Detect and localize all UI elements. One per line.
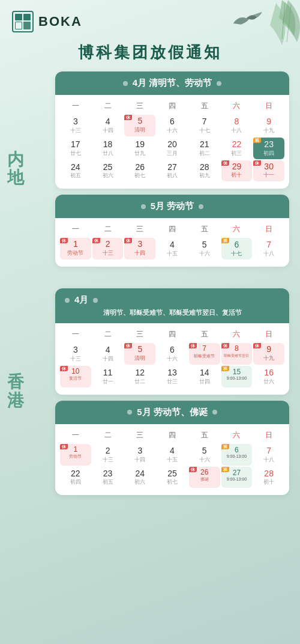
table-row: 6十六: [157, 343, 188, 365]
table-row: 21初二: [189, 138, 220, 159]
table-row: 27初八: [157, 160, 188, 182]
table-row: 20三月: [157, 138, 188, 159]
hk-april-grid: 一 二 三 四 五 六 日 3十三 4十四 休 5清明 6十六: [55, 323, 289, 395]
hk-may-weekday-row: 一 二 三 四 五 六 日: [60, 428, 284, 443]
table-row: 3十四: [124, 444, 155, 466]
weekday-header-row: 一 二 三 四 五 六 日: [60, 99, 284, 114]
hk-april-calendar: 4月 清明节、耶稣受难节、耶稣受难节翌日、复活节 一 二 三 四 五 六 日 3…: [55, 288, 289, 395]
table-row: 休 1劳动节: [60, 238, 91, 260]
mainland-may-header: 5月 劳动节: [55, 195, 289, 218]
table-row: 13廿三: [157, 366, 188, 387]
hk-may-title: 5月 劳动节、佛诞: [137, 407, 208, 418]
table-row: 2十三: [92, 444, 124, 466]
table-row: 14廿四: [189, 366, 220, 387]
logo: [12, 11, 34, 32]
table-row: 休 3十四: [124, 238, 155, 260]
table-row: 9十九: [253, 115, 284, 136]
hk-april-subtitle: 清明节、耶稣受难节、耶稣受难节翌日、复活节: [103, 308, 242, 317]
hk-may-row-1: 休 1劳动节 2十三 3十四 4十五 5十六 班 69:00-13:00 7十八: [60, 444, 284, 466]
table-row: 22初三: [221, 138, 253, 159]
hk-label: 香 港: [7, 373, 24, 410]
table-row: 休 8耶稣受难节翌日: [221, 343, 253, 365]
hk-april-header: 4月 清明节、耶稣受难节、耶稣受难节翌日、复活节: [55, 288, 289, 323]
table-row: 休 5清明: [124, 343, 155, 365]
table-row: 23初五: [92, 467, 124, 488]
mainland-label: 内 地: [7, 151, 24, 188]
table-row: 24初六: [124, 467, 155, 488]
table-row: 休 5清明: [124, 115, 155, 136]
table-row: 24初五: [60, 160, 91, 182]
hk-may-calendar: 5月 劳动节、佛诞 一 二 三 四 五 六 日 休 1劳动节: [55, 401, 289, 496]
hk-may-row-2: 22初四 23初五 24初六 25初七 休 26佛诞 班 279:00-13:0…: [60, 467, 284, 488]
table-row: 4十五: [157, 238, 188, 260]
mainland-april-grid: 一 二 三 四 五 六 日 3十三 4十四 休 5清明 6十六: [55, 95, 289, 189]
table-row: 5十六: [189, 444, 220, 466]
table-row: 4十五: [157, 444, 188, 466]
mainland-may-title: 5月 劳动节: [151, 201, 194, 212]
table-row: 5十六: [189, 238, 220, 260]
table-row: 休 7耶稣受难节: [189, 343, 220, 365]
table-row: 6十六: [157, 115, 188, 136]
table-row: 28初十: [253, 467, 284, 488]
table-row: 班 23初四: [253, 138, 284, 159]
table-row: 25初七: [157, 467, 188, 488]
table-row: 休 1劳动节: [60, 444, 91, 466]
header-dot-right: [217, 81, 221, 86]
hk-may-header: 5月 劳动节、佛诞: [55, 401, 289, 424]
table-row: 休 2十三: [92, 238, 124, 260]
hk-may-grid: 一 二 三 四 五 六 日 休 1劳动节 2十三 3十四 4十五: [55, 424, 289, 496]
table-row: 班 159:00-13:00: [221, 366, 253, 387]
table-row: 班 279:00-13:00: [221, 467, 253, 488]
hk-section: 香 港 4月 清明节、耶稣受难节、耶稣受难节翌日、复活节 一 二 三 四 五: [6, 288, 294, 495]
table-row: 16廿六: [253, 366, 284, 387]
table-row: 4十四: [92, 343, 124, 365]
table-row: 休 30十一: [253, 160, 284, 182]
brand-name: BOKA: [38, 14, 82, 29]
mainland-april-title: 4月 清明节、劳动节: [133, 77, 212, 89]
table-row: 25初六: [92, 160, 124, 182]
hk-april-row-2: 休 10复活节 11廿一 12廿二 13廿三 14廿四 班 159:00-13:…: [60, 366, 284, 387]
april-row-3: 24初五 25初六 26初七 27初八 28初九 休 29初十 休 30十一: [60, 160, 284, 182]
mainland-section: 内 地 4月 清明节、劳动节 一 二 三 四 五 六 日: [6, 71, 294, 267]
table-row: 7十八: [253, 444, 284, 466]
table-row: 8十八: [221, 115, 253, 136]
table-row: 11廿一: [92, 366, 124, 387]
table-row: 28初九: [189, 160, 220, 182]
mainland-cards: 4月 清明节、劳动节 一 二 三 四 五 六 日 3十三 4十四: [31, 71, 294, 267]
table-row: 22初四: [60, 467, 91, 488]
mainland-april-header: 4月 清明节、劳动节: [55, 71, 289, 95]
hk-april-header-row: 4月: [65, 294, 280, 306]
may-row-1: 休 1劳动节 休 2十三 休 3十四 4十五 5十六 班 6: [60, 238, 284, 260]
table-row: 休 29初十: [221, 160, 253, 182]
april-row-1: 3十三 4十四 休 5清明 6十六 7十七 8十八 9十九: [60, 115, 284, 136]
table-row: 26初七: [124, 160, 155, 182]
april-row-2: 17廿七 18廿八 19廿九 20三月 21初二 22初三 班 23初四: [60, 138, 284, 159]
mainland-april-calendar: 4月 清明节、劳动节 一 二 三 四 五 六 日 3十三 4十四: [55, 71, 289, 189]
hk-cards: 4月 清明节、耶稣受难节、耶稣受难节翌日、复活节 一 二 三 四 五 六 日 3…: [31, 288, 294, 495]
table-row: 休 26佛诞: [189, 467, 220, 488]
hk-april-title: 4月: [74, 294, 88, 306]
table-row: 休 9十九: [253, 343, 284, 365]
table-row: 7十八: [253, 238, 284, 260]
table-row: 19廿九: [124, 138, 155, 159]
mainland-may-calendar: 5月 劳动节 一 二 三 四 五 六 日 休 1劳动节: [55, 195, 289, 267]
may-weekday-row: 一 二 三 四 五 六 日: [60, 222, 284, 237]
hk-april-row-1: 3十三 4十四 休 5清明 6十六 休 7耶稣受难节 休 8耶稣受难节翌日: [60, 343, 284, 365]
table-row: 3十三: [60, 115, 91, 136]
header-dot-left: [123, 81, 128, 86]
table-row: 17廿七: [60, 138, 91, 159]
table-row: 18廿八: [92, 138, 124, 159]
table-row: 班 69:00-13:00: [221, 444, 253, 466]
table-row: 3十三: [60, 343, 91, 365]
table-row: 4十四: [92, 115, 124, 136]
table-row: 7十七: [189, 115, 220, 136]
table-row: 12廿二: [124, 366, 155, 387]
table-row: 班 6十七: [221, 238, 253, 260]
mainland-may-grid: 一 二 三 四 五 六 日 休 1劳动节 休 2十三: [55, 218, 289, 267]
table-row: 休 10复活节: [60, 366, 91, 387]
hk-april-weekday-row: 一 二 三 四 五 六 日: [60, 327, 284, 342]
